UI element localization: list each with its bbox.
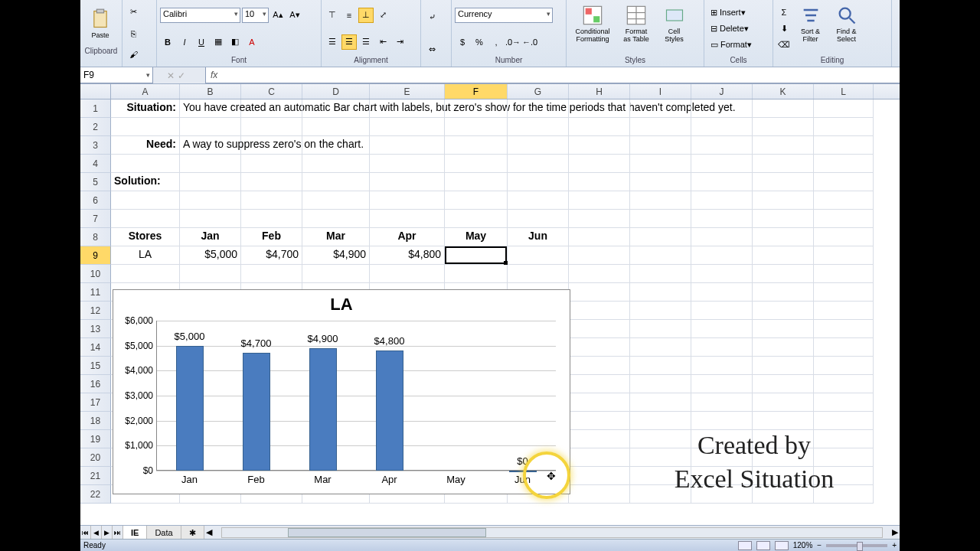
cell-E2[interactable] <box>370 118 445 136</box>
row-header-7[interactable]: 7 <box>80 210 111 228</box>
row-header-1[interactable]: 1 <box>80 99 111 118</box>
enter-formula-icon[interactable]: ✓ <box>178 70 185 81</box>
formula-bar[interactable]: fx <box>205 67 900 83</box>
fill-icon[interactable]: ⬇ <box>776 21 792 36</box>
row-header-5[interactable]: 5 <box>80 173 111 191</box>
row-header-4[interactable]: 4 <box>80 155 111 173</box>
row-header-20[interactable]: 20 <box>80 448 111 467</box>
cell-L9[interactable] <box>814 246 874 265</box>
col-header-F[interactable]: F <box>445 84 508 99</box>
cell-H13[interactable] <box>569 320 630 338</box>
cell-I13[interactable] <box>630 320 691 338</box>
cell-D9[interactable]: $4,900 <box>302 246 370 265</box>
cell-F9[interactable] <box>445 246 508 265</box>
conditional-formatting-button[interactable]: Conditional Formatting <box>570 2 616 46</box>
cell-L3[interactable] <box>814 136 874 155</box>
cell-K4[interactable] <box>753 155 814 173</box>
cell-E4[interactable] <box>370 155 445 173</box>
chart-bar-Jan[interactable] <box>176 346 204 471</box>
shrink-font-icon[interactable]: A▾ <box>287 8 302 23</box>
cell-L5[interactable] <box>814 173 874 191</box>
cell-L16[interactable] <box>814 375 874 393</box>
cell-E3[interactable] <box>370 136 445 155</box>
underline-button[interactable]: U <box>194 34 209 50</box>
cell-G4[interactable] <box>508 155 569 173</box>
cell-J11[interactable] <box>691 283 753 302</box>
row-header-11[interactable]: 11 <box>80 283 111 302</box>
cell-L11[interactable] <box>814 283 874 302</box>
cell-H12[interactable] <box>569 302 630 320</box>
cell-L12[interactable] <box>814 302 874 320</box>
chart-bar-Apr[interactable] <box>376 350 403 471</box>
cell-H6[interactable] <box>569 191 630 210</box>
cell-J10[interactable] <box>691 265 753 283</box>
cell-E7[interactable] <box>370 210 445 228</box>
cell-I5[interactable] <box>630 173 691 191</box>
cell-B5[interactable] <box>180 173 241 191</box>
cell-H21[interactable] <box>569 467 630 485</box>
zoom-out-button[interactable]: − <box>817 541 822 549</box>
decrease-indent-icon[interactable]: ⇤ <box>375 34 390 50</box>
cell-I8[interactable] <box>630 228 691 246</box>
cell-F1[interactable] <box>445 99 508 118</box>
cell-G1[interactable] <box>508 99 569 118</box>
cell-E6[interactable] <box>370 191 445 210</box>
hscroll-thumb[interactable] <box>288 528 486 537</box>
cell-L2[interactable] <box>814 118 874 136</box>
col-header-K[interactable]: K <box>753 84 814 99</box>
font-name-combo[interactable]: Calibri <box>160 8 240 23</box>
row-header-8[interactable]: 8 <box>80 228 111 246</box>
data-label-Jan[interactable]: $5,000 <box>175 331 205 342</box>
row-header-17[interactable]: 17 <box>80 393 111 412</box>
row-header-22[interactable]: 22 <box>80 485 111 504</box>
cell-H18[interactable] <box>569 412 630 430</box>
cell-J13[interactable] <box>691 320 753 338</box>
cell-A9[interactable]: LA <box>111 246 180 265</box>
cell-E10[interactable] <box>370 265 445 283</box>
tab-nav-first[interactable]: ⏮ <box>80 526 91 539</box>
cell-G3[interactable] <box>508 136 569 155</box>
spreadsheet-grid[interactable]: ABCDEFGHIJKL 123456789101112131415161718… <box>80 84 900 525</box>
cell-D8[interactable]: Mar <box>302 228 370 246</box>
cell-A1[interactable]: Situation: <box>111 99 180 118</box>
cell-B9[interactable]: $5,000 <box>180 246 241 265</box>
align-right-icon[interactable]: ☰ <box>358 34 374 50</box>
cell-G7[interactable] <box>508 210 569 228</box>
zoom-percent[interactable]: 120% <box>793 541 813 549</box>
cell-H17[interactable] <box>569 393 630 412</box>
cell-J17[interactable] <box>691 393 753 412</box>
cell-I7[interactable] <box>630 210 691 228</box>
cell-I16[interactable] <box>630 375 691 393</box>
cell-H4[interactable] <box>569 155 630 173</box>
data-label-Feb[interactable]: $4,700 <box>241 337 272 349</box>
cell-I15[interactable] <box>630 357 691 375</box>
data-label-Mar[interactable]: $4,900 <box>308 333 338 344</box>
cell-A5[interactable]: Solution: <box>111 173 180 191</box>
hscroll-right[interactable]: ▶ <box>892 527 898 537</box>
cell-L8[interactable] <box>814 228 874 246</box>
cell-G10[interactable] <box>508 265 569 283</box>
row-header-15[interactable]: 15 <box>80 357 111 375</box>
cell-F8[interactable]: May <box>445 228 508 246</box>
cell-K13[interactable] <box>753 320 814 338</box>
cell-H2[interactable] <box>569 118 630 136</box>
cell-F3[interactable] <box>445 136 508 155</box>
cut-icon[interactable]: ✂ <box>126 5 141 20</box>
name-box[interactable]: F9 <box>80 67 153 83</box>
cell-A8[interactable]: Stores <box>111 228 180 246</box>
cell-H11[interactable] <box>569 283 630 302</box>
align-middle-icon[interactable]: ≡ <box>341 8 357 23</box>
cell-H7[interactable] <box>569 210 630 228</box>
cell-C1[interactable] <box>241 99 302 118</box>
cell-C8[interactable]: Feb <box>241 228 302 246</box>
select-all-corner[interactable] <box>80 84 111 99</box>
cell-D7[interactable] <box>302 210 370 228</box>
cell-L15[interactable] <box>814 357 874 375</box>
cell-L6[interactable] <box>814 191 874 210</box>
col-header-B[interactable]: B <box>180 84 241 99</box>
grow-font-icon[interactable]: A▴ <box>270 8 286 23</box>
cell-A10[interactable] <box>111 265 180 283</box>
cell-A4[interactable] <box>111 155 180 173</box>
cell-B3[interactable]: A way to suppress zero's on the chart. <box>180 136 241 155</box>
chart-plot-area[interactable]: $0$1,000$2,000$3,000$4,000$5,000$6,000$5… <box>156 321 556 471</box>
